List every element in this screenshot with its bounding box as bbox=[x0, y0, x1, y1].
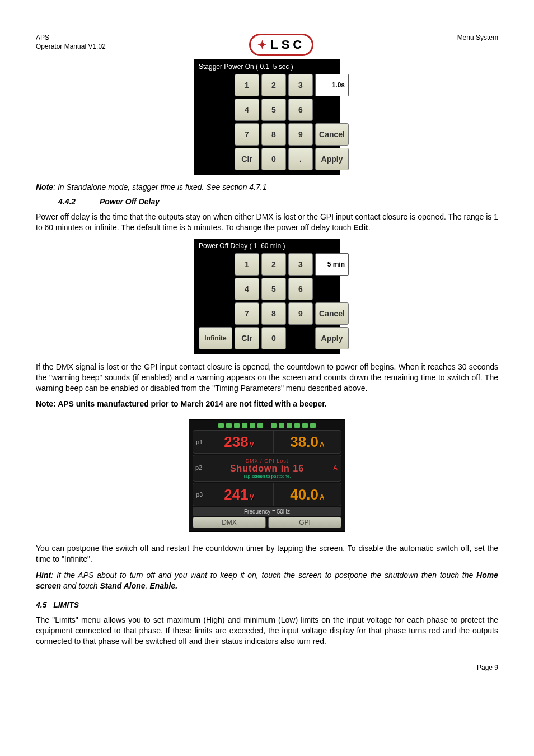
kp-spacer bbox=[199, 302, 232, 325]
kp-cancel-button[interactable]: Cancel bbox=[315, 123, 349, 146]
gpi-tab[interactable]: GPI bbox=[268, 517, 341, 528]
status-indicators bbox=[193, 423, 341, 428]
dmx-tab[interactable]: DMX bbox=[193, 517, 266, 528]
kp-3-button[interactable]: 3 bbox=[288, 253, 313, 276]
kp-2-button[interactable]: 2 bbox=[261, 74, 286, 96]
phase-1-row: p1 238V 38.0A bbox=[193, 430, 341, 454]
kp-3-button[interactable]: 3 bbox=[288, 74, 313, 96]
phase-2-warning-row[interactable]: p2 DMX / GPI Lost Shutdown in 16 Tap scr… bbox=[193, 455, 341, 482]
phase-3-voltage: 241 bbox=[224, 486, 248, 503]
aps-shutdown-screen[interactable]: p1 238V 38.0A p2 DMX / GPI Lost Shutdown… bbox=[189, 419, 345, 532]
logo-text: LSC bbox=[270, 38, 305, 52]
page-number: Page 9 bbox=[36, 664, 498, 671]
kp-spacer bbox=[199, 74, 232, 96]
kp-clr-button[interactable]: Clr bbox=[235, 327, 259, 349]
note-label: Note bbox=[36, 183, 53, 192]
kp-5-button[interactable]: 5 bbox=[261, 278, 286, 300]
header-left: APS Operator Manual V1.02 bbox=[36, 34, 106, 51]
hint-label: Hint bbox=[36, 571, 51, 580]
stagger-keypad-title: Stagger Power On ( 0.1–5 sec ) bbox=[196, 62, 338, 74]
kp-4-button[interactable]: 4 bbox=[235, 99, 259, 121]
stagger-keypad: Stagger Power On ( 0.1–5 sec ) 1 2 3 1.0… bbox=[194, 59, 340, 175]
kp-display: 5 min bbox=[315, 253, 349, 276]
phase-1-voltage: 238 bbox=[224, 433, 248, 451]
logo-icon: ✦ bbox=[257, 38, 267, 52]
kp-spacer bbox=[199, 123, 232, 146]
warning-sub: Tap screen to postpone. bbox=[243, 474, 291, 479]
countdown-para: If the DMX signal is lost or the GPI inp… bbox=[36, 362, 498, 394]
kp-8-button[interactable]: 8 bbox=[261, 123, 286, 146]
power-off-keypad-title: Power Off Delay ( 1–60 min ) bbox=[196, 241, 338, 253]
hint-standalone: Stand Alone bbox=[100, 581, 145, 590]
kp-display: 1.0s bbox=[315, 74, 349, 96]
hint-enable: Enable. bbox=[149, 581, 177, 590]
amp-unit: A bbox=[320, 493, 325, 501]
lsc-logo: ✦ LSC bbox=[249, 34, 313, 56]
phase-2-label: p2 bbox=[195, 464, 202, 471]
kp-spacer bbox=[199, 278, 232, 300]
kp-spacer bbox=[288, 327, 313, 349]
kp-1-button[interactable]: 1 bbox=[235, 74, 259, 96]
amp-unit-side: A bbox=[333, 464, 338, 472]
standalone-note: Note: In Standalone mode, stagger time i… bbox=[36, 183, 498, 192]
kp-spacer bbox=[199, 99, 232, 121]
kp-6-button[interactable]: 6 bbox=[288, 99, 313, 121]
product-name: APS bbox=[36, 34, 106, 43]
kp-spacer bbox=[315, 278, 349, 300]
section-number: 4.4.2 bbox=[58, 197, 97, 206]
edit-word: Edit bbox=[353, 223, 368, 232]
phase-3-current: 40.0 bbox=[290, 486, 318, 503]
hint-text1: : If the APS about to turn off and you w… bbox=[51, 571, 476, 580]
amp-unit: A bbox=[320, 441, 325, 449]
section-4-4-2-heading: 4.4.2 Power Off Delay bbox=[58, 197, 498, 206]
postpone-para: You can postpone the switch off and rest… bbox=[36, 543, 498, 564]
phase-3-label: p3 bbox=[193, 491, 205, 498]
note-text: : In Standalone mode, stagger time is fi… bbox=[53, 183, 266, 192]
kp-0-button[interactable]: 0 bbox=[261, 327, 286, 349]
shutdown-countdown: Shutdown in 16 bbox=[230, 464, 304, 474]
para3a: You can postpone the switch off and bbox=[36, 544, 167, 553]
manual-version: Operator Manual V1.02 bbox=[36, 43, 106, 52]
kp-4-button[interactable]: 4 bbox=[235, 278, 259, 300]
power-off-delay-para: Power off delay is the time that the out… bbox=[36, 212, 498, 233]
kp-clr-button[interactable]: Clr bbox=[235, 148, 259, 170]
power-off-delay-keypad: Power Off Delay ( 1–60 min ) 1 2 3 5 min… bbox=[194, 239, 340, 354]
section-number: 4.5 bbox=[36, 600, 46, 609]
beeper-note: Note: APS units manufactured prior to Ma… bbox=[36, 399, 498, 409]
phase-1-label: p1 bbox=[193, 438, 205, 445]
kp-5-button[interactable]: 5 bbox=[261, 99, 286, 121]
kp-7-button[interactable]: 7 bbox=[235, 123, 259, 146]
kp-spacer bbox=[199, 148, 232, 170]
volt-unit: V bbox=[250, 493, 254, 501]
kp-9-button[interactable]: 9 bbox=[288, 123, 313, 146]
kp-dot-button[interactable]: . bbox=[288, 148, 313, 170]
para-dot: . bbox=[368, 223, 371, 232]
para-text: Power off delay is the time that the out… bbox=[36, 212, 498, 232]
section-title: LIMITS bbox=[53, 600, 79, 609]
kp-6-button[interactable]: 6 bbox=[288, 278, 313, 300]
kp-spacer bbox=[315, 99, 349, 121]
kp-cancel-button[interactable]: Cancel bbox=[315, 302, 349, 325]
header-section: Menu System bbox=[457, 34, 498, 43]
kp-apply-button[interactable]: Apply bbox=[315, 148, 349, 170]
section-title: Power Off Delay bbox=[100, 197, 160, 206]
hint-text2: and touch bbox=[61, 581, 100, 590]
para3-underline: restart the countdown timer bbox=[167, 544, 264, 553]
page-header: APS Operator Manual V1.02 ✦ LSC Menu Sys… bbox=[36, 34, 498, 56]
kp-1-button[interactable]: 1 bbox=[235, 253, 259, 276]
frequency-bar: Frequency = 50Hz bbox=[193, 507, 341, 516]
warning-top: DMX / GPI Lost bbox=[246, 458, 289, 464]
limits-para: The "Limits" menu allows you to set maxi… bbox=[36, 615, 498, 647]
volt-unit: V bbox=[250, 441, 254, 449]
kp-0-button[interactable]: 0 bbox=[261, 148, 286, 170]
kp-8-button[interactable]: 8 bbox=[261, 302, 286, 325]
kp-apply-button[interactable]: Apply bbox=[315, 327, 349, 349]
section-4-5-heading: 4.5 LIMITS bbox=[36, 600, 498, 609]
kp-7-button[interactable]: 7 bbox=[235, 302, 259, 325]
kp-infinite-button[interactable]: Infinite bbox=[199, 327, 232, 349]
kp-9-button[interactable]: 9 bbox=[288, 302, 313, 325]
phase-1-current: 38.0 bbox=[290, 433, 318, 451]
kp-2-button[interactable]: 2 bbox=[261, 253, 286, 276]
phase-3-row: p3 241V 40.0A bbox=[193, 483, 341, 506]
kp-spacer bbox=[199, 253, 232, 276]
